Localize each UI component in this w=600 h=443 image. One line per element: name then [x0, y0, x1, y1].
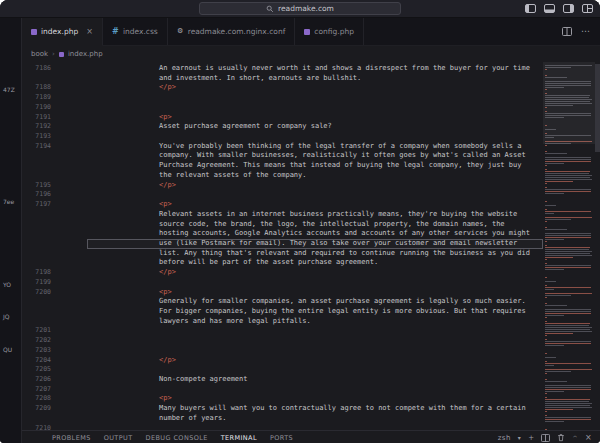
split-terminal-icon[interactable]: [541, 434, 550, 442]
code-line[interactable]: company. With smaller businesses, realis…: [22, 151, 543, 161]
minimap-line: [545, 111, 547, 112]
code-line[interactable]: the relevant assets of the company.: [22, 171, 543, 181]
code-line[interactable]: list. Any thing that's relevant and requ…: [22, 249, 543, 259]
line-content: </p>: [87, 83, 543, 93]
code-line[interactable]: source code, the brand, the logo, the in…: [22, 220, 543, 230]
command-center-search[interactable]: readmake.com: [199, 2, 401, 15]
scrollbar[interactable]: [595, 62, 600, 430]
minimap-line: [545, 353, 547, 354]
code-line[interactable]: For bigger companies, buying the entire …: [22, 307, 543, 317]
panel-tab-debug-console[interactable]: DEBUG CONSOLE: [146, 434, 208, 442]
customize-layout-icon[interactable]: [582, 4, 593, 13]
line-content: <p>: [87, 288, 543, 298]
minimap-line: [545, 267, 591, 268]
code-line[interactable]: and investment. In short, earnouts are b…: [22, 74, 543, 84]
minimap-line: [545, 295, 571, 296]
minimap-line: [545, 297, 547, 298]
code-line[interactable]: 7188</p>: [22, 83, 543, 93]
panel-tab-terminal[interactable]: TERMINAL: [221, 434, 257, 442]
code-area[interactable]: 7186An earnout is usually never worth it…: [22, 62, 543, 430]
minimap-line: [545, 345, 564, 346]
code-line[interactable]: 7205: [22, 365, 543, 375]
code-line[interactable]: Relevant assets in an internet business …: [22, 210, 543, 220]
panel-tab-problems[interactable]: PROBLEMS: [52, 434, 91, 442]
panel-tab-ports[interactable]: PORTS: [270, 434, 293, 442]
line-content: </p>: [87, 181, 543, 191]
code-line[interactable]: Purchase Agreement. This means that inst…: [22, 161, 543, 171]
minimap-line: [545, 171, 590, 172]
line-content: [87, 336, 543, 346]
minimap-line: [545, 265, 591, 266]
code-line[interactable]: before will be part of the asset purchas…: [22, 258, 543, 268]
code-line[interactable]: 7209Many buyers will want you to contrac…: [22, 404, 543, 414]
code-line[interactable]: 7186An earnout is usually never worth it…: [22, 64, 543, 74]
code-line[interactable]: 7199: [22, 278, 543, 288]
chevron-down-icon[interactable]: ▾: [518, 435, 521, 441]
line-content: Generally for smaller companies, an asse…: [87, 297, 543, 307]
breadcrumb-item-file[interactable]: index.php: [68, 50, 103, 58]
code-line[interactable]: 7200<p>: [22, 288, 543, 298]
line-number: 7203: [22, 346, 51, 356]
code-line[interactable]: 7192Asset purchase agreement or company …: [22, 122, 543, 132]
code-line[interactable]: hosting accounts, Google Analytics accou…: [22, 229, 543, 239]
minimap-line: [545, 361, 547, 362]
code-line[interactable]: 7207: [22, 385, 543, 395]
minimap-line: [545, 211, 591, 212]
code-line[interactable]: 7210: [22, 424, 543, 430]
more-actions-icon[interactable]: ⋯: [581, 27, 591, 36]
code-text: and investment. In short, earnouts are b…: [159, 74, 361, 82]
breadcrumb-item-folder[interactable]: book: [31, 50, 48, 58]
minimap[interactable]: [543, 62, 595, 430]
tab-index.php[interactable]: index.php×: [22, 18, 103, 46]
code-line[interactable]: 7201: [22, 326, 543, 336]
maximize-panel-icon[interactable]: ^: [572, 435, 577, 441]
minimap-line: [545, 95, 590, 96]
terminal-shell-label[interactable]: zsh: [498, 434, 511, 442]
code-line[interactable]: 7190: [22, 103, 543, 113]
code-text: Relevant assets in an internet business …: [159, 210, 517, 218]
line-number: 7191: [22, 113, 51, 123]
panel-tab-output[interactable]: OUTPUT: [104, 434, 133, 442]
code-line[interactable]: 7196: [22, 190, 543, 200]
code-line[interactable]: 7194You've probably been thinking of the…: [22, 142, 543, 152]
close-tab-icon[interactable]: ×: [86, 28, 93, 36]
tab-config.php[interactable]: config.php: [295, 18, 364, 45]
minimap-line: [545, 285, 547, 286]
tab-index.css[interactable]: index.css: [103, 18, 168, 45]
minimap-line: [545, 183, 547, 184]
code-line[interactable]: 7193: [22, 132, 543, 142]
minimap-line: [545, 333, 573, 334]
minimap-line: [545, 419, 591, 420]
code-line[interactable]: 7189: [22, 93, 543, 103]
code-line[interactable]: lawyers and has more legal pitfalls.: [22, 317, 543, 327]
layout-sidebar-right-icon[interactable]: [563, 4, 574, 13]
tab-readmake.com.nginx.conf[interactable]: readmake.com.nginx.conf: [168, 18, 296, 45]
code-line[interactable]: number of years.: [22, 414, 543, 424]
code-editor[interactable]: 7186An earnout is usually never worth it…: [22, 62, 600, 430]
layout-panel-icon[interactable]: [544, 4, 555, 13]
line-number: 7186: [22, 64, 51, 74]
minimap-line: [545, 357, 556, 358]
line-number: 7200: [22, 288, 51, 298]
minimap-line: [545, 405, 590, 406]
minimap-line: [545, 287, 591, 288]
code-line[interactable]: 7203: [22, 346, 543, 356]
code-line[interactable]: 7208<p>: [22, 394, 543, 404]
scrollbar-thumb[interactable]: [595, 64, 600, 152]
split-editor-icon[interactable]: [562, 27, 572, 36]
kill-terminal-trash-icon[interactable]: [557, 433, 565, 442]
code-line[interactable]: 7202: [22, 336, 543, 346]
layout-sidebar-left-icon[interactable]: [525, 4, 536, 13]
code-line[interactable]: 7197<p>: [22, 200, 543, 210]
code-text: company. With smaller businesses, realis…: [159, 151, 526, 159]
close-panel-icon[interactable]: ×: [585, 434, 592, 442]
code-line[interactable]: 7191<p>: [22, 113, 543, 123]
minimap-line: [545, 213, 554, 214]
code-line[interactable]: 7195</p>: [22, 181, 543, 191]
code-line[interactable]: use (like Postmark for email). They also…: [22, 239, 543, 249]
code-line[interactable]: Generally for smaller companies, an asse…: [22, 297, 543, 307]
code-line[interactable]: 7204</p>: [22, 356, 543, 366]
code-line[interactable]: 7206Non-compete agreement: [22, 375, 543, 385]
code-line[interactable]: 7198</p>: [22, 268, 543, 278]
new-terminal-icon[interactable]: +: [528, 434, 534, 442]
